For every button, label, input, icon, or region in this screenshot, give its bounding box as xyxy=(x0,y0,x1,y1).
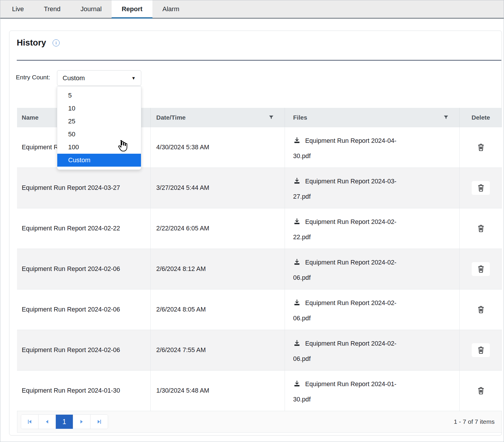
delete-button[interactable] xyxy=(472,181,490,195)
report-name-cell: Equipment Run Report 2024-02-22 xyxy=(17,208,151,249)
tab-report[interactable]: Report xyxy=(112,0,152,18)
delete-cell xyxy=(460,127,502,168)
report-datetime-cell: 4/30/2024 5:38 AM xyxy=(151,127,285,168)
report-file-link[interactable]: Equipment Run Report 2024-04-30.pdf xyxy=(285,127,460,168)
page-1-button[interactable]: 1 xyxy=(56,415,73,429)
report-name-cell: Equipment Run Report 2024-02-06 xyxy=(17,249,151,289)
report-name-cell: Equipment Run Report 2024-01-30 xyxy=(17,371,151,411)
tab-trend[interactable]: Trend xyxy=(34,0,70,18)
report-datetime-cell: 2/6/2024 8:12 AM xyxy=(151,249,285,289)
pagination-bar: 1 1 - 7 of 7 items xyxy=(17,411,502,433)
delete-cell xyxy=(460,249,502,289)
report-file-link[interactable]: Equipment Run Report 2024-02-06.pdf xyxy=(285,249,460,289)
report-file-link[interactable]: Equipment Run Report 2024-02-06.pdf xyxy=(285,330,460,370)
app-window: LiveTrendJournalReportAlarm History i En… xyxy=(0,0,504,442)
table-row: Equipment Run Report 2024-02-06 2/6/2024… xyxy=(17,289,502,330)
entry-count-value: Custom xyxy=(63,74,85,82)
report-name-cell: Equipment Run Report 2024-02-06 xyxy=(17,330,151,370)
report-name-cell: Equipment Run Report 2024-03-27 xyxy=(17,168,151,208)
entry-count-select[interactable]: Custom ▼ xyxy=(57,70,141,86)
column-header-delete: Delete xyxy=(460,108,502,127)
table-row: Equipment Run Report 2024-02-06 2/6/2024… xyxy=(17,330,502,370)
delete-button[interactable] xyxy=(472,262,490,276)
delete-cell xyxy=(460,330,502,370)
filter-icon[interactable] xyxy=(268,115,274,120)
previous-page-button[interactable] xyxy=(38,415,56,429)
delete-button[interactable] xyxy=(472,343,490,357)
report-file-link[interactable]: Equipment Run Report 2024-02-22.pdf xyxy=(285,208,460,249)
entry-count-option-50[interactable]: 50 xyxy=(57,128,141,141)
hand-cursor-icon xyxy=(116,139,129,154)
items-count-label: 1 - 7 of 7 items xyxy=(454,418,495,425)
history-panel: History i Entry Count: Custom ▼ 51025501… xyxy=(9,31,502,436)
table-row: Equipment Run Report 2024-03-27 3/27/202… xyxy=(17,168,502,208)
delete-cell xyxy=(460,371,502,411)
report-datetime-cell: 1/30/2024 5:48 AM xyxy=(151,371,285,411)
chevron-down-icon: ▼ xyxy=(131,76,136,81)
delete-button[interactable] xyxy=(472,140,490,154)
download-icon[interactable] xyxy=(293,338,301,352)
tab-alarm[interactable]: Alarm xyxy=(152,0,189,18)
report-file-link[interactable]: Equipment Run Report 2024-01-30.pdf xyxy=(285,371,460,411)
delete-button[interactable] xyxy=(472,303,490,317)
filter-icon[interactable] xyxy=(443,115,449,120)
download-icon[interactable] xyxy=(293,257,301,271)
tab-bar: LiveTrendJournalReportAlarm xyxy=(0,0,504,19)
next-page-button[interactable] xyxy=(73,415,90,429)
title-divider xyxy=(17,60,501,61)
delete-cell xyxy=(460,289,502,330)
table-row: Equipment Run Report 2024-01-30 1/30/202… xyxy=(17,370,502,411)
info-icon[interactable]: i xyxy=(53,39,60,46)
entry-count-label: Entry Count: xyxy=(16,74,50,81)
entry-count-dropdown: 5102550100Custom xyxy=(57,86,141,170)
entry-count-option-5[interactable]: 5 xyxy=(57,89,141,102)
report-file-link[interactable]: Equipment Run Report 2024-03-27.pdf xyxy=(285,168,460,208)
pagination-controls: 1 xyxy=(21,414,108,429)
column-header-datetime[interactable]: Date/Time xyxy=(151,108,285,127)
first-page-button[interactable] xyxy=(21,415,38,429)
report-datetime-cell: 2/6/2024 7:55 AM xyxy=(151,330,285,370)
delete-button[interactable] xyxy=(472,222,490,235)
table-row: Equipment Run Report 2024-02-22 2/22/202… xyxy=(17,208,502,249)
entry-count-option-10[interactable]: 10 xyxy=(57,102,141,115)
column-header-files[interactable]: Files xyxy=(285,108,460,127)
delete-cell xyxy=(460,208,502,249)
delete-cell xyxy=(460,168,502,208)
entry-count-option-custom[interactable]: Custom xyxy=(57,154,141,167)
report-datetime-cell: 2/6/2024 8:05 AM xyxy=(151,289,285,330)
download-icon[interactable] xyxy=(293,135,301,149)
report-datetime-cell: 3/27/2024 5:44 AM xyxy=(151,168,285,208)
download-icon[interactable] xyxy=(293,378,301,392)
last-page-button[interactable] xyxy=(90,415,108,429)
report-datetime-cell: 2/22/2024 6:05 AM xyxy=(151,208,285,249)
tab-live[interactable]: Live xyxy=(2,0,34,18)
download-icon[interactable] xyxy=(293,175,301,190)
entry-count-option-25[interactable]: 25 xyxy=(57,115,141,128)
tab-journal[interactable]: Journal xyxy=(70,0,112,18)
download-icon[interactable] xyxy=(293,216,301,230)
report-file-link[interactable]: Equipment Run Report 2024-02-06.pdf xyxy=(285,289,460,330)
delete-button[interactable] xyxy=(472,384,490,398)
table-row: Equipment Run Report 2024-02-06 2/6/2024… xyxy=(17,249,502,289)
page-title: History xyxy=(17,38,46,48)
report-name-cell: Equipment Run Report 2024-02-06 xyxy=(17,289,151,330)
download-icon[interactable] xyxy=(293,297,301,311)
